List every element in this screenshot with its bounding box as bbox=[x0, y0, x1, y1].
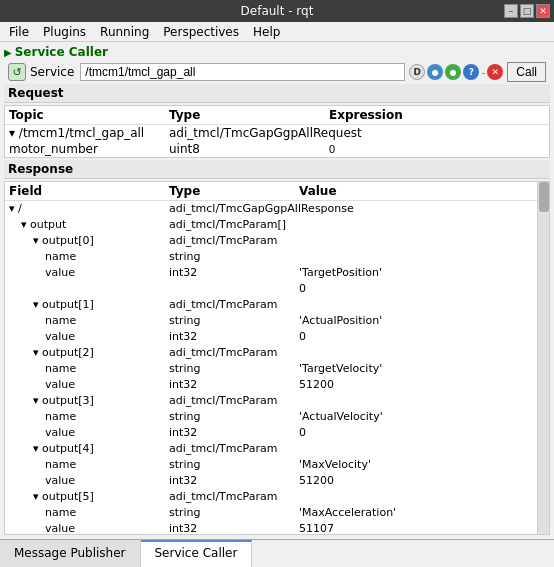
resp-o0-name-type: string bbox=[169, 249, 299, 265]
req-header-expression: Expression bbox=[329, 108, 545, 122]
resp-o2-name-type: string bbox=[169, 361, 299, 377]
resp-output1-val bbox=[299, 297, 533, 313]
resp-o3-name-val: 'ActualVelocity' bbox=[299, 409, 533, 425]
resp-row-0: ▾ / adi_tmcl/TmcGapGgpAllResponse bbox=[5, 201, 537, 217]
resp-row-output3-name: name string 'ActualVelocity' bbox=[5, 409, 537, 425]
resp-r1-c3 bbox=[299, 217, 533, 233]
resp-output4-label[interactable]: ▾ output[4] bbox=[9, 441, 169, 457]
resp-output4-val bbox=[299, 441, 533, 457]
resp-row-output0: ▾ output[0] adi_tmcl/TmcParam bbox=[5, 233, 537, 249]
record-icon[interactable]: ● bbox=[427, 64, 443, 80]
resp-o4-name-label: name bbox=[9, 457, 169, 473]
resp-o1-name-val: 'ActualPosition' bbox=[299, 313, 533, 329]
resp-r0-c1[interactable]: ▾ / bbox=[9, 201, 169, 217]
d-icon[interactable]: D bbox=[409, 64, 425, 80]
close-plugin-icon[interactable]: ✕ bbox=[487, 64, 503, 80]
resp-o0-int-val: 0 bbox=[299, 281, 533, 297]
resp-output0-type: adi_tmcl/TmcParam bbox=[169, 233, 299, 249]
resp-r0-c2: adi_tmcl/TmcGapGgpAllResponse bbox=[169, 201, 299, 217]
menu-plugins[interactable]: Plugins bbox=[40, 25, 89, 39]
request-headers: Topic Type Expression bbox=[5, 106, 549, 125]
resp-output0-val bbox=[299, 233, 533, 249]
resp-o2-val-val: 51200 bbox=[299, 377, 533, 393]
tab-message-publisher[interactable]: Message Publisher bbox=[0, 540, 141, 567]
plugin-header: Service Caller bbox=[4, 44, 550, 60]
minimize-button[interactable]: – bbox=[504, 4, 518, 18]
resp-row-output5: ▾ output[5] adi_tmcl/TmcParam bbox=[5, 489, 537, 505]
resp-o5-name-val: 'MaxAcceleration' bbox=[299, 505, 533, 521]
call-button[interactable]: Call bbox=[507, 62, 546, 82]
refresh-button[interactable]: ↺ bbox=[8, 63, 26, 81]
resp-output5-val bbox=[299, 489, 533, 505]
separator: - bbox=[481, 66, 485, 79]
info-icon[interactable]: ? bbox=[463, 64, 479, 80]
req-row0-col2: adi_tmcl/TmcGapGgpAllRequest bbox=[169, 126, 329, 140]
req-row1-col1: motor_number bbox=[9, 142, 169, 156]
req-row0-col1[interactable]: ▾ /tmcm1/tmcl_gap_all bbox=[9, 126, 169, 140]
resp-output3-type: adi_tmcl/TmcParam bbox=[169, 393, 299, 409]
resp-r1-c1[interactable]: ▾ output bbox=[9, 217, 169, 233]
resp-r0-c3 bbox=[299, 201, 533, 217]
tab-service-caller[interactable]: Service Caller bbox=[141, 540, 253, 567]
resp-o5-val-val: 51107 bbox=[299, 521, 533, 534]
resp-row-output1-value: value int32 0 bbox=[5, 329, 537, 345]
resp-output1-label[interactable]: ▾ output[1] bbox=[9, 297, 169, 313]
resp-output3-label[interactable]: ▾ output[3] bbox=[9, 393, 169, 409]
resp-r1-c2: adi_tmcl/TmcParam[] bbox=[169, 217, 299, 233]
resp-o1-val-val: 0 bbox=[299, 329, 533, 345]
req-header-topic: Topic bbox=[9, 108, 169, 122]
resp-row-1: ▾ output adi_tmcl/TmcParam[] bbox=[5, 217, 537, 233]
menu-file[interactable]: File bbox=[6, 25, 32, 39]
resp-row-output0-value: value int32 'TargetPosition' bbox=[5, 265, 537, 281]
play-icon[interactable]: ● bbox=[445, 64, 461, 80]
menu-perspectives[interactable]: Perspectives bbox=[160, 25, 242, 39]
request-row-1: motor_number uint8 bbox=[5, 141, 549, 157]
resp-row-output4-value: value int32 51200 bbox=[5, 473, 537, 489]
window-title: Default - rqt bbox=[241, 4, 314, 18]
resp-o4-val-val: 51200 bbox=[299, 473, 533, 489]
resp-row-output2-value: value int32 51200 bbox=[5, 377, 537, 393]
menu-bar: File Plugins Running Perspectives Help bbox=[0, 22, 554, 42]
resp-o0-val-val: 'TargetPosition' bbox=[299, 265, 533, 281]
resp-o0-int-label bbox=[9, 281, 169, 297]
resp-o0-val-type: int32 bbox=[169, 265, 299, 281]
resp-output2-label[interactable]: ▾ output[2] bbox=[9, 345, 169, 361]
resp-output5-label[interactable]: ▾ output[5] bbox=[9, 489, 169, 505]
resp-o5-val-label: value bbox=[9, 521, 169, 534]
window-controls: – □ ✕ bbox=[504, 4, 550, 18]
close-button[interactable]: ✕ bbox=[536, 4, 550, 18]
resp-output5-type: adi_tmcl/TmcParam bbox=[169, 489, 299, 505]
resp-row-output3-value: value int32 0 bbox=[5, 425, 537, 441]
resp-o2-val-type: int32 bbox=[169, 377, 299, 393]
menu-running[interactable]: Running bbox=[97, 25, 152, 39]
resp-o0-name-label: name bbox=[9, 249, 169, 265]
resp-o3-val-type: int32 bbox=[169, 425, 299, 441]
response-scroll[interactable]: Field Type Value ▾ / adi_tmcl/TmcGapGgpA… bbox=[5, 182, 537, 534]
req-row1-col3[interactable] bbox=[329, 142, 545, 156]
resp-output0-label[interactable]: ▾ output[0] bbox=[9, 233, 169, 249]
req-header-type: Type bbox=[169, 108, 329, 122]
response-wrapper: Field Type Value ▾ / adi_tmcl/TmcGapGgpA… bbox=[4, 181, 550, 535]
service-row: ↺ Service D ● ● ? - ✕ Call bbox=[4, 60, 550, 84]
response-headers: Field Type Value bbox=[5, 182, 537, 201]
resp-header-value: Value bbox=[299, 184, 533, 198]
resp-o0-name-val bbox=[299, 249, 533, 265]
service-input[interactable] bbox=[80, 63, 405, 81]
resp-row-output5-name: name string 'MaxAcceleration' bbox=[5, 505, 537, 521]
response-label: Response bbox=[4, 160, 550, 179]
main-content: Service Caller ↺ Service D ● ● ? - ✕ Cal… bbox=[0, 42, 554, 539]
resp-row-output5-value: value int32 51107 bbox=[5, 521, 537, 534]
resp-row-output4-name: name string 'MaxVelocity' bbox=[5, 457, 537, 473]
req-row1-col2: uint8 bbox=[169, 142, 329, 156]
request-label: Request bbox=[4, 84, 550, 103]
resp-output2-val bbox=[299, 345, 533, 361]
resp-o4-name-val: 'MaxVelocity' bbox=[299, 457, 533, 473]
request-row-0: ▾ /tmcm1/tmcl_gap_all adi_tmcl/TmcGapGgp… bbox=[5, 125, 549, 141]
resp-o2-name-label: name bbox=[9, 361, 169, 377]
resp-o3-val-label: value bbox=[9, 425, 169, 441]
scrollbar[interactable] bbox=[537, 182, 549, 534]
request-section: Request Topic Type Expression ▾ /tmcm1/t… bbox=[4, 84, 550, 160]
restore-button[interactable]: □ bbox=[520, 4, 534, 18]
menu-help[interactable]: Help bbox=[250, 25, 283, 39]
resp-row-output2: ▾ output[2] adi_tmcl/TmcParam bbox=[5, 345, 537, 361]
